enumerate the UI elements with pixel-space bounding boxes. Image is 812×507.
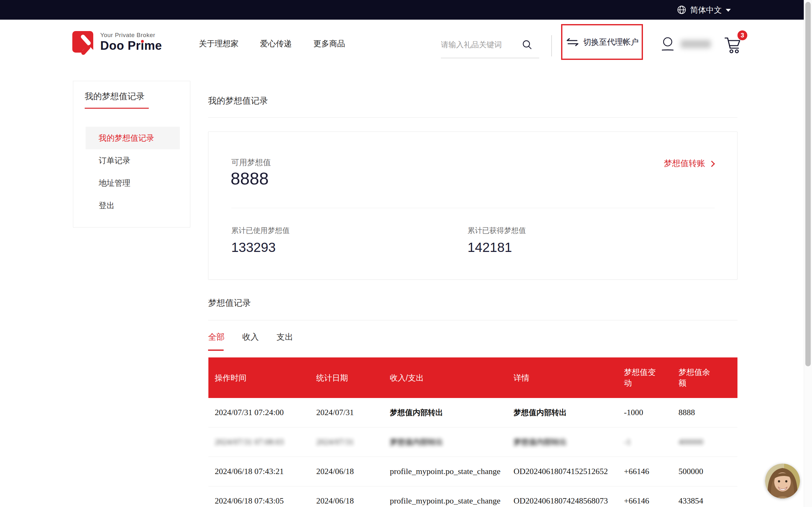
records-tabs: 全部 收入 支出 bbox=[208, 331, 293, 351]
tab-all[interactable]: 全部 bbox=[208, 331, 224, 351]
search-icon[interactable] bbox=[522, 39, 532, 50]
records-divider bbox=[208, 320, 738, 320]
cell-detail: OD20240618074152512652 bbox=[507, 457, 618, 486]
cell-inout: profile_mypoint.po_state_change bbox=[384, 487, 507, 507]
available-points-value: 8888 bbox=[231, 169, 269, 188]
cell-detail: 梦想值内部转出 bbox=[507, 428, 618, 457]
switch-agent-account-button[interactable]: 切换至代理帐户 bbox=[561, 24, 643, 60]
table-row-blurred: 2024/07/31 07:08:03 2024/07/31 梦想值内部转出 梦… bbox=[208, 428, 738, 457]
col-header-detail: 详情 bbox=[507, 357, 618, 398]
sidebar-item-order-history[interactable]: 订单记录 bbox=[86, 149, 180, 172]
main-nav: 关于理想家 爱心传递 更多商品 bbox=[199, 20, 345, 67]
sidebar-title: 我的梦想值记录 bbox=[85, 91, 145, 102]
points-summary-card: 可用梦想值 8888 梦想值转账 累计已使用梦想值 133293 累计已获得梦想… bbox=[208, 131, 738, 280]
col-header-points-balance: 梦想值余额 bbox=[672, 357, 738, 398]
points-transfer-label: 梦想值转账 bbox=[664, 158, 705, 169]
gift-search bbox=[441, 32, 539, 58]
points-transfer-link[interactable]: 梦想值转账 bbox=[664, 158, 714, 169]
cell-time: 2024/07/31 07:24:00 bbox=[208, 398, 310, 427]
user-icon bbox=[660, 36, 675, 53]
nav-item-charity[interactable]: 爱心传递 bbox=[260, 38, 292, 49]
logo-mark-icon bbox=[72, 31, 93, 53]
table-row: 2024/06/18 07:43:05 2024/06/18 profile_m… bbox=[208, 487, 738, 507]
cell-change: -1 bbox=[618, 428, 672, 457]
cell-date: 2024/06/18 bbox=[310, 487, 384, 507]
sidebar-title-underline bbox=[85, 108, 149, 109]
webcam-avatar[interactable] bbox=[765, 464, 800, 498]
swap-arrows-icon bbox=[565, 37, 579, 47]
stat-earned-points: 累计已获得梦想值 142181 bbox=[467, 226, 526, 255]
title-divider bbox=[208, 117, 738, 118]
cell-time: 2024/07/31 07:08:03 bbox=[208, 428, 310, 457]
chevron-right-icon bbox=[709, 161, 715, 167]
cell-time: 2024/06/18 07:43:05 bbox=[208, 487, 310, 507]
language-switcher[interactable]: 简体中文 bbox=[677, 0, 731, 20]
header-divider bbox=[551, 35, 552, 56]
cell-balance: 400000 bbox=[672, 428, 738, 457]
table-row: 2024/06/18 07:43:21 2024/06/18 profile_m… bbox=[208, 457, 738, 487]
sidebar-item-logout[interactable]: 登出 bbox=[86, 194, 180, 217]
cell-date: 2024/06/18 bbox=[310, 457, 384, 486]
tab-income[interactable]: 收入 bbox=[242, 331, 259, 351]
sidebar-item-my-dream-points[interactable]: 我的梦想值记录 bbox=[86, 127, 180, 149]
cell-detail: OD20240618074248568073 bbox=[507, 487, 618, 507]
stat-used-label: 累计已使用梦想值 bbox=[231, 226, 290, 235]
stat-used-value: 133293 bbox=[231, 240, 290, 255]
cell-change: +66146 bbox=[618, 487, 672, 507]
col-header-stat-date: 统计日期 bbox=[310, 357, 384, 398]
col-header-points-change: 梦想值变动 bbox=[618, 357, 672, 398]
cell-time: 2024/06/18 07:43:21 bbox=[208, 457, 310, 486]
cell-balance: 433854 bbox=[672, 487, 738, 507]
doo-prime-logo[interactable]: Your Private Broker Doo Prıme bbox=[72, 31, 162, 53]
col-header-operation-time: 操作时间 bbox=[208, 357, 310, 398]
cell-detail: 梦想值内部转出 bbox=[507, 398, 618, 427]
switch-agent-account-label: 切换至代理帐户 bbox=[583, 37, 639, 47]
table-header-row: 操作时间 统计日期 收入/支出 详情 梦想值变动 梦想值余额 bbox=[208, 357, 738, 398]
stat-used-points: 累计已使用梦想值 133293 bbox=[231, 226, 290, 255]
logo-tagline: Your Private Broker bbox=[100, 32, 162, 39]
user-account[interactable] bbox=[660, 36, 711, 53]
table-row: 2024/07/31 07:24:00 2024/07/31 梦想值内部转出 梦… bbox=[208, 398, 738, 428]
cell-date: 2024/07/31 bbox=[310, 428, 384, 457]
scrollbar-track[interactable] bbox=[804, 0, 812, 507]
cell-date: 2024/07/31 bbox=[310, 398, 384, 427]
search-input[interactable] bbox=[441, 40, 522, 49]
available-points-label: 可用梦想值 bbox=[231, 157, 271, 168]
card-divider bbox=[231, 208, 715, 208]
cell-change: -1000 bbox=[618, 398, 672, 427]
cell-change: +66146 bbox=[618, 457, 672, 486]
page-title: 我的梦想值记录 bbox=[208, 95, 268, 107]
cart-count-badge: 3 bbox=[738, 31, 747, 40]
cart-button[interactable]: 3 bbox=[723, 31, 747, 56]
tab-expense[interactable]: 支出 bbox=[276, 331, 293, 351]
sidebar-item-address-management[interactable]: 地址管理 bbox=[86, 172, 180, 194]
records-table: 操作时间 统计日期 收入/支出 详情 梦想值变动 梦想值余额 2024/07/3… bbox=[208, 357, 738, 507]
top-bar: 简体中文 bbox=[0, 0, 804, 20]
records-section-title: 梦想值记录 bbox=[208, 297, 251, 308]
chevron-down-icon bbox=[726, 9, 731, 12]
col-header-income-expense: 收入/支出 bbox=[384, 357, 507, 398]
stat-earned-label: 累计已获得梦想值 bbox=[467, 226, 526, 235]
page: 简体中文 Your Private Broker Doo Prıme 关于理想家… bbox=[0, 0, 812, 507]
nav-item-about[interactable]: 关于理想家 bbox=[199, 38, 239, 49]
username-blurred bbox=[681, 40, 711, 48]
cell-inout: profile_mypoint.po_state_change bbox=[384, 457, 507, 486]
stat-earned-value: 142181 bbox=[467, 240, 526, 255]
cell-balance: 8888 bbox=[672, 398, 738, 427]
logo-brand-text: Doo Prıme bbox=[100, 39, 162, 53]
scrollbar-thumb[interactable] bbox=[805, 2, 811, 366]
nav-item-more-products[interactable]: 更多商品 bbox=[313, 38, 345, 49]
sidebar: 我的梦想值记录 我的梦想值记录 订单记录 地址管理 登出 bbox=[73, 81, 190, 228]
cell-inout: 梦想值内部转出 bbox=[384, 398, 507, 427]
globe-icon bbox=[677, 5, 687, 14]
cell-inout: 梦想值内部转出 bbox=[384, 428, 507, 457]
cell-balance: 500000 bbox=[672, 457, 738, 486]
language-label: 简体中文 bbox=[690, 5, 722, 15]
